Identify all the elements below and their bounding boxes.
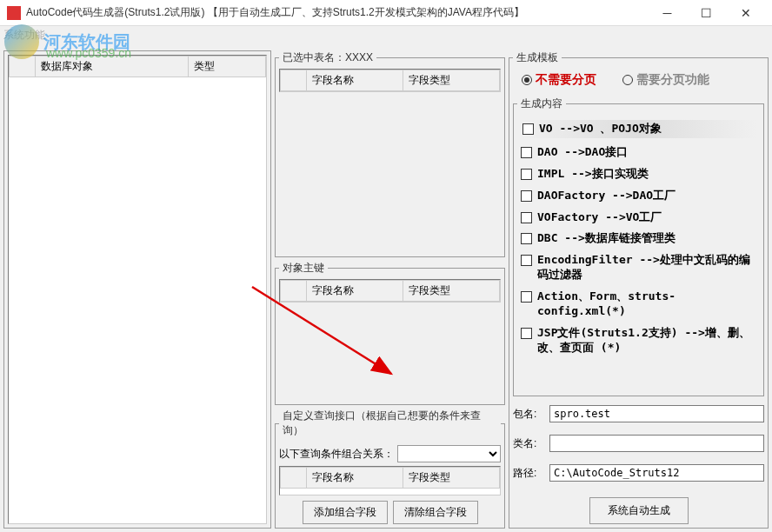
menubar: 系统功能 [0, 26, 772, 47]
combo-relation-select[interactable] [397, 445, 501, 462]
keys-table[interactable]: 字段名称 字段类型 [279, 279, 501, 303]
radio-pagination[interactable]: 需要分页功能 [622, 72, 709, 88]
checkbox-icon [521, 190, 532, 202]
generate-button[interactable]: 系统自动生成 [589, 497, 689, 524]
selected-table-legend: 已选中表名：XXXX [279, 50, 376, 65]
checkbox-icon [521, 169, 532, 180]
check-encodingfilter[interactable]: EncodingFilter -->处理中文乱码的编码过滤器 [521, 253, 756, 283]
check-dbc[interactable]: DBC -->数据库链接管理类 [521, 231, 756, 246]
clear-combo-field-button[interactable]: 清除组合字段 [393, 501, 478, 524]
custom-legend: 自定义查询接口（根据自己想要的条件来查询） [279, 409, 501, 438]
radio-dot-icon [622, 75, 633, 85]
db-objects-table[interactable]: 数据库对象 类型 [8, 55, 267, 524]
object-keys-panel: 对象主键 字段名称 字段类型 [275, 261, 505, 405]
checkbox-icon [521, 147, 532, 158]
path-input[interactable] [549, 464, 764, 482]
class-label: 类名: [513, 436, 546, 451]
keys-legend: 对象主键 [279, 261, 328, 276]
col-blank [281, 281, 307, 302]
add-combo-field-button[interactable]: 添加组合字段 [303, 501, 388, 524]
check-vo[interactable]: VO -->VO 、POJO对象 [521, 120, 756, 138]
check-action-form[interactable]: Action、Form、struts-config.xml(*) [521, 289, 756, 319]
radio-dot-icon [522, 75, 532, 85]
checkbox-icon [521, 328, 532, 339]
selected-table-panel: 已选中表名：XXXX 字段名称 字段类型 [275, 50, 505, 257]
maximize-button[interactable]: ☐ [687, 0, 726, 26]
db-objects-panel: 数据库对象 类型 [3, 50, 271, 529]
col-type[interactable]: 类型 [188, 57, 265, 77]
col-blank [10, 57, 36, 77]
content-legend: 生成内容 [517, 96, 566, 111]
close-button[interactable]: ✕ [726, 0, 765, 26]
check-jsp[interactable]: JSP文件(Struts1.2支持) -->增、删、改、查页面 (*) [521, 326, 756, 356]
checkbox-icon [521, 291, 532, 303]
check-vofactory[interactable]: VOFactory -->VO工厂 [521, 210, 756, 225]
col-dbobject[interactable]: 数据库对象 [36, 57, 189, 77]
check-impl[interactable]: IMPL -->接口实现类 [521, 167, 756, 182]
package-input[interactable] [549, 405, 764, 422]
checkbox-icon [521, 212, 532, 223]
minimize-button[interactable]: ─ [648, 0, 687, 26]
template-legend: 生成模板 [513, 50, 562, 65]
generate-content-panel: 生成内容 VO -->VO 、POJO对象 DAO -->DAO接口 IMPL … [513, 96, 764, 396]
app-icon [7, 6, 21, 20]
check-dao[interactable]: DAO -->DAO接口 [521, 145, 756, 160]
col-blank [281, 468, 307, 489]
radio-no-pagination[interactable]: 不需要分页 [522, 72, 596, 88]
checkbox-icon [521, 233, 532, 244]
col-fieldname[interactable]: 字段名称 [307, 70, 403, 91]
custom-fields-table[interactable]: 字段名称 字段类型 [279, 466, 501, 495]
checkbox-icon [521, 255, 532, 266]
col-custom-fieldname[interactable]: 字段名称 [307, 468, 403, 489]
col-key-fieldname[interactable]: 字段名称 [307, 281, 403, 302]
package-label: 包名: [513, 407, 546, 422]
window-title: AutoCode代码生成器(Struts1.2试用版) 【用于自动生成工厂、支持… [26, 5, 648, 20]
fields-table[interactable]: 字段名称 字段类型 [279, 69, 501, 92]
col-blank [281, 70, 307, 91]
col-custom-fieldtype[interactable]: 字段类型 [403, 468, 500, 489]
menu-system[interactable]: 系统功能 [3, 28, 45, 45]
col-key-fieldtype[interactable]: 字段类型 [403, 281, 500, 302]
path-label: 路径: [513, 466, 546, 481]
generate-template-panel: 生成模板 不需要分页 需要分页功能 生成内容 VO -->VO 、POJO对象 [509, 50, 769, 529]
check-daofactory[interactable]: DAOFactory -->DAO工厂 [521, 189, 756, 203]
checkbox-icon [522, 123, 534, 135]
combo-label: 以下查询条件组合关系： [279, 447, 394, 462]
class-input[interactable] [549, 435, 764, 452]
col-fieldtype[interactable]: 字段类型 [403, 70, 500, 91]
custom-query-panel: 自定义查询接口（根据自己想要的条件来查询） 以下查询条件组合关系： 字段名称 字… [275, 409, 505, 529]
